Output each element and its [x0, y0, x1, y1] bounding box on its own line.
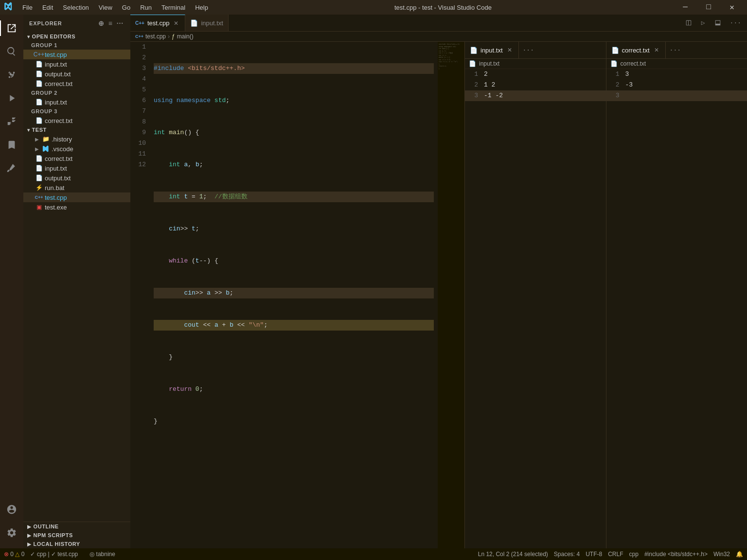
file-run-bat[interactable]: ⚡ run.bat: [23, 183, 130, 192]
tab-test-cpp-label: test.cpp: [147, 19, 170, 27]
status-include[interactable]: #include <bits/stdc++.h>: [644, 551, 708, 558]
local-history-label: LOCAL HISTORY: [34, 541, 80, 547]
input-panel-more[interactable]: ···: [519, 42, 538, 58]
error-icon: ⊗: [4, 551, 9, 558]
file-input-txt[interactable]: 📄 input.txt: [23, 163, 130, 173]
input-txt-panel: 📄 input.txt ✕ ··· 📄 input.txt 1 2: [465, 42, 606, 548]
vscode-folder-arrow: ▶: [35, 146, 39, 152]
open-editor-test-cpp[interactable]: C++ test.cpp: [23, 50, 130, 59]
tab-input-txt-label: input.txt: [201, 19, 223, 27]
file-test-cpp[interactable]: C++ test.cpp: [23, 192, 130, 202]
activity-extensions[interactable]: [0, 110, 23, 133]
folder-icon: 📁: [42, 135, 50, 143]
tabs-more-button[interactable]: ···: [726, 19, 745, 27]
tab-input-txt[interactable]: 📄 input.txt: [185, 15, 229, 31]
run-button[interactable]: ▷: [697, 17, 710, 29]
input-value-3: -1 -2: [482, 90, 606, 101]
collapse-all-icon[interactable]: ≡: [107, 18, 114, 28]
group-1-label[interactable]: GROUP 1: [23, 41, 130, 50]
status-tabnine[interactable]: ◎ tabnine: [89, 551, 115, 558]
window-controls: ─ □ ✕: [674, 0, 743, 15]
activity-bookmarks[interactable]: [0, 133, 23, 157]
activity-accounts[interactable]: [0, 498, 23, 521]
menu-go[interactable]: Go: [118, 3, 134, 12]
toggle-panel-button[interactable]: [711, 17, 724, 29]
input-tab-close[interactable]: ✕: [506, 46, 514, 54]
open-editor-output-txt-g1[interactable]: 📄 output.txt: [23, 69, 130, 79]
code-line-6: cin>> t;: [154, 224, 434, 234]
correct-panel-more[interactable]: ···: [666, 42, 685, 58]
check-cpp-label: cpp |: [37, 551, 51, 558]
file-test-exe[interactable]: ▣ test.exe: [23, 202, 130, 212]
file-correct-txt[interactable]: 📄 correct.txt: [23, 154, 130, 163]
activity-source-control[interactable]: [0, 63, 23, 87]
vscode-folder[interactable]: ▶ .vscode: [23, 144, 130, 154]
file-output-txt[interactable]: 📄 output.txt: [23, 173, 130, 183]
status-language[interactable]: cpp: [629, 551, 639, 558]
activity-settings[interactable]: [0, 521, 23, 544]
file-input-txt-label: input.txt: [45, 165, 67, 172]
split-editor-button[interactable]: [682, 17, 695, 29]
status-eol[interactable]: CRLF: [608, 551, 623, 558]
history-folder[interactable]: ▶ 📁 .history: [23, 134, 130, 144]
test-section[interactable]: ▾ TEST: [23, 125, 130, 134]
minimap-content: #include <bits/stdc++.h> using namespace…: [438, 42, 464, 72]
local-history-section[interactable]: ▶ LOCAL HISTORY: [23, 540, 130, 548]
menu-edit[interactable]: Edit: [38, 3, 57, 12]
menu-help[interactable]: Help: [191, 3, 212, 12]
activity-run-debug[interactable]: [0, 87, 23, 110]
sidebar: EXPLORER ⊕ ≡ ··· ▾ OPEN EDITORS GROUP 1 …: [23, 15, 130, 548]
breadcrumb-symbol[interactable]: main(): [177, 33, 194, 40]
correct-panel-tab[interactable]: 📄 correct.txt ✕: [606, 42, 666, 58]
minimize-button[interactable]: ─: [674, 0, 696, 15]
breadcrumb-sep: ›: [168, 33, 170, 40]
more-actions-icon[interactable]: ···: [116, 18, 124, 28]
code-lines[interactable]: #include <bits/stdc++.h> using namespace…: [150, 42, 438, 548]
group-3-label[interactable]: GROUP 3: [23, 107, 130, 116]
status-platform[interactable]: Win32: [713, 551, 730, 558]
open-editor-correct-txt-g3[interactable]: 📄 correct.txt: [23, 116, 130, 125]
local-history-arrow: ▶: [27, 542, 32, 547]
correct-row-2: 2 -3: [606, 80, 747, 90]
status-errors[interactable]: ⊗ 0 △ 0: [4, 551, 24, 558]
tab-test-cpp[interactable]: C++ test.cpp ✕: [130, 15, 185, 31]
menu-run[interactable]: Run: [136, 3, 156, 12]
npm-scripts-section[interactable]: ▶ NPM SCRIPTS: [23, 531, 130, 540]
correct-tab-close[interactable]: ✕: [653, 46, 660, 54]
status-cpp-check[interactable]: ✓ cpp | ✓ test.cpp: [30, 551, 78, 558]
sidebar-title: EXPLORER: [29, 20, 62, 26]
breadcrumb-file[interactable]: test.cpp: [145, 33, 166, 40]
group-2-label[interactable]: GROUP 2: [23, 88, 130, 97]
code-line-12: }: [154, 416, 434, 427]
menu-file[interactable]: File: [18, 3, 36, 12]
new-file-icon[interactable]: ⊕: [97, 18, 106, 28]
correct-panel-header: 📄 correct.txt: [606, 59, 747, 69]
status-position[interactable]: Ln 12, Col 2 (214 selected): [478, 551, 548, 558]
correct-content[interactable]: 1 3 2 -3 3: [606, 69, 747, 548]
status-encoding[interactable]: UTF-8: [586, 551, 602, 558]
status-notifications[interactable]: 🔔: [736, 551, 743, 558]
close-button[interactable]: ✕: [721, 0, 743, 15]
menu-view[interactable]: View: [95, 3, 116, 12]
activity-test[interactable]: [0, 157, 23, 180]
input-row-2: 2 1 2: [465, 80, 606, 90]
maximize-button[interactable]: □: [697, 0, 720, 15]
tab-test-cpp-close[interactable]: ✕: [172, 19, 180, 27]
input-content[interactable]: 1 2 2 1 2 3 -1 -2: [465, 69, 606, 548]
menu-selection[interactable]: Selection: [59, 3, 92, 12]
menu-terminal[interactable]: Terminal: [158, 3, 189, 12]
open-editors-section[interactable]: ▾ OPEN EDITORS: [23, 32, 130, 41]
open-editor-input-txt-g1[interactable]: 📄 input.txt: [23, 59, 130, 69]
input-txt-icon: 📄: [35, 164, 43, 172]
open-editor-input-txt-g2[interactable]: 📄 input.txt: [23, 97, 130, 107]
activity-explorer[interactable]: [0, 17, 23, 40]
error-count: 0: [10, 551, 15, 558]
input-panel-tab[interactable]: 📄 input.txt ✕: [465, 42, 519, 58]
correct-txt-icon: 📄: [35, 155, 43, 162]
tabnine-label: tabnine: [96, 551, 115, 558]
outline-section[interactable]: ▶ OUTLINE: [23, 522, 130, 531]
activity-search[interactable]: [0, 40, 23, 63]
status-spaces[interactable]: Spaces: 4: [554, 551, 580, 558]
activity-bar: [0, 15, 23, 548]
open-editor-correct-txt-g1[interactable]: 📄 correct.txt: [23, 79, 130, 88]
